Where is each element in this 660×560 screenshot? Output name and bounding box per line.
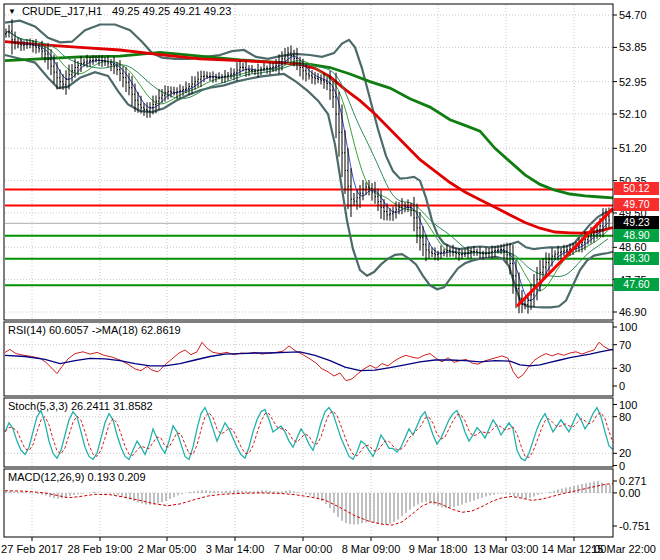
symbol-label: CRUDE_J17,H1 [22, 5, 102, 17]
macd-tick-label: 0.00 [619, 487, 640, 499]
stoch-tick-label: 100 [619, 399, 637, 411]
stoch-tick-label: 80 [619, 411, 631, 423]
time-axis-label: 3 Mar 14:00 [206, 543, 265, 555]
price-level-badge: 47.60 [614, 278, 659, 291]
stoch-title: Stoch(5,3,3) 26.2411 31.8582 [8, 400, 153, 412]
stoch-d-line [5, 411, 613, 457]
main-price-chart-panel-border [4, 4, 613, 320]
price-tick-label: 51.20 [619, 142, 647, 154]
time-axis-label: 2 Mar 05:00 [138, 543, 197, 555]
price-tick-label: 52.10 [619, 108, 647, 120]
ohlc-values: 49.25 49.25 49.21 49.23 [112, 5, 231, 17]
stoch-k-line [5, 408, 613, 461]
time-axis-label: 7 Mar 00:00 [274, 543, 333, 555]
chart-symbol-title: ▼CRUDE_J17,H149.25 49.25 49.21 49.23 [8, 5, 231, 17]
time-axis-label: 28 Feb 19:00 [68, 543, 133, 555]
rsi-tick-label: 70 [619, 339, 631, 351]
time-axis-label: 13 Mar 03:00 [474, 543, 539, 555]
price-level-badge: 49.70 [614, 198, 659, 211]
symbol-dropdown-icon[interactable]: ▼ [8, 7, 16, 16]
macd-histogram [6, 481, 610, 525]
price-tick-label: 54.70 [619, 9, 647, 21]
rsi-tick-label: 100 [619, 321, 637, 333]
price-level-badge: 48.90 [614, 229, 659, 242]
rsi-tick-label: 0 [619, 380, 625, 392]
macd-tick-label: -0.751 [619, 520, 650, 532]
stoch-tick-label: 20 [619, 447, 631, 459]
macd-title: MACD(12,26,9) 0.193 0.209 [8, 471, 146, 483]
rsi-title: RSI(14) 60.6057 ->MA(18) 62.8619 [8, 324, 181, 336]
price-level-badge: 48.30 [614, 252, 659, 265]
macd-signal-line [5, 484, 613, 525]
current-price-badge: 49.23 [614, 216, 659, 229]
time-axis-label: 15 Mar 22:00 [591, 543, 656, 555]
macd-tick-label: 0.271 [619, 475, 647, 487]
price-tick-label: 53.85 [619, 41, 647, 53]
bollinger-lower-line [5, 55, 613, 307]
price-tick-label: 52.95 [619, 76, 647, 88]
time-axis-label: 8 Mar 09:00 [342, 543, 401, 555]
bollinger-upper-line [5, 21, 613, 250]
time-axis-label: 27 Feb 2017 [1, 543, 63, 555]
stoch-tick-label: 0 [619, 460, 625, 472]
rsi-tick-label: 30 [619, 362, 631, 374]
mt4-chart-window: ▼CRUDE_J17,H149.25 49.25 49.21 49.23 RSI… [0, 0, 660, 560]
time-axis-label: 9 Mar 18:00 [409, 543, 468, 555]
price-tick-label: 46.90 [619, 306, 647, 318]
rsi-line [5, 342, 613, 380]
price-level-badge: 50.12 [614, 182, 659, 195]
